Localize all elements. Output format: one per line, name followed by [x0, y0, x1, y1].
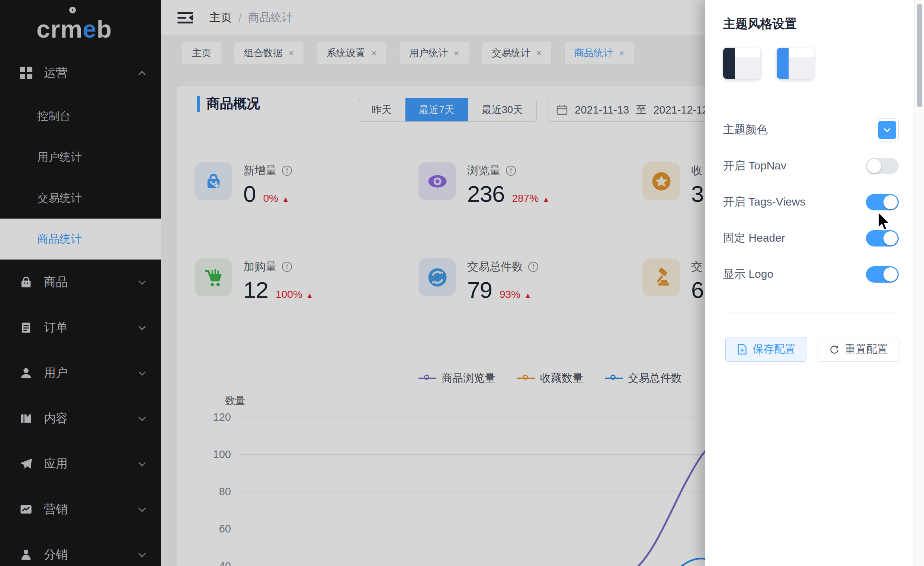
- settings-rows: 主题颜色 开启 TopNav 开启 Tags-Views 固定 Header 显…: [723, 112, 899, 292]
- divider: [723, 98, 899, 98]
- tags-views-toggle[interactable]: [866, 194, 899, 211]
- refresh-icon: [829, 344, 840, 354]
- modal-overlay[interactable]: [0, 0, 705, 566]
- mouse-cursor: [876, 212, 891, 232]
- show-logo-toggle[interactable]: [866, 266, 899, 283]
- row-fixed-header: 固定 Header: [723, 220, 899, 256]
- scrollbar-thumb[interactable]: [917, 4, 922, 107]
- theme-swatches: [723, 48, 814, 79]
- row-topnav: 开启 TopNav: [723, 148, 899, 184]
- row-tags-views: 开启 Tags-Views: [723, 184, 899, 220]
- save-config-button[interactable]: 保存配置: [725, 337, 807, 361]
- topnav-toggle[interactable]: [866, 158, 899, 174]
- drawer-buttons: 保存配置 重置配置: [725, 337, 900, 361]
- theme-swatch-dark[interactable]: [723, 48, 760, 79]
- fixed-header-toggle[interactable]: [866, 230, 899, 247]
- theme-settings-drawer: 主题风格设置 主题颜色 开启 TopNav 开启 Tags-Views 固定 H…: [705, 0, 924, 566]
- theme-swatch-blue[interactable]: [777, 48, 814, 79]
- theme-color-select[interactable]: [876, 118, 899, 142]
- reset-config-button[interactable]: 重置配置: [818, 337, 900, 361]
- save-file-icon: [737, 344, 747, 355]
- chevron-down-icon: [884, 128, 891, 132]
- drawer-title: 主题风格设置: [723, 16, 797, 32]
- window-scrollbar: [914, 0, 924, 566]
- divider: [723, 312, 899, 312]
- row-theme-color: 主题颜色: [723, 112, 899, 148]
- row-show-logo: 显示 Logo: [723, 256, 899, 292]
